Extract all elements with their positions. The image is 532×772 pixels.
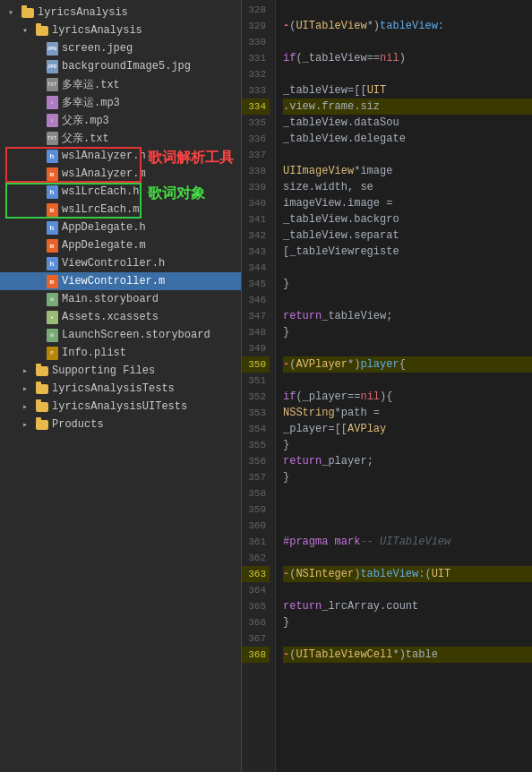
code-line: return _tableView; xyxy=(283,308,532,324)
line-number: 358 xyxy=(242,485,270,502)
code-line: } xyxy=(283,324,532,340)
code-line: _tableView.backgro xyxy=(283,211,532,227)
tree-item-wslLrcEach-m[interactable]: mwslLrcEach.m xyxy=(0,201,241,219)
file-icon-h: h xyxy=(45,184,59,199)
line-number: 328 xyxy=(242,2,270,18)
tree-item-group-lyrics[interactable]: lyricsAnalysis xyxy=(0,21,241,39)
folder-icon xyxy=(35,23,49,38)
code-line: if (_player == nil) { xyxy=(283,389,532,405)
line-number: 362 xyxy=(242,550,270,566)
file-icon-h: h xyxy=(45,149,59,163)
line-number: 332 xyxy=(242,66,270,82)
line-number: 330 xyxy=(242,34,270,50)
code-line xyxy=(283,502,532,518)
folder-triangle xyxy=(18,417,32,432)
code-line: if (_tableView == nil) xyxy=(283,50,532,66)
tree-item-label: LaunchScreen.storyboard xyxy=(62,329,210,341)
folder-icon xyxy=(35,399,49,414)
line-number: 350 xyxy=(242,356,270,373)
file-icon-m: m xyxy=(45,167,59,181)
line-number: 338 xyxy=(242,163,270,179)
tree-item-wslLrcEach-h[interactable]: hwslLrcEach.h xyxy=(0,183,241,201)
tree-item-launch-storyboard[interactable]: ⊞LaunchScreen.storyboard xyxy=(0,326,241,344)
file-icon-txt: TXT xyxy=(45,77,59,91)
file-icon-storyboard: ⊞ xyxy=(45,292,59,306)
tree-item-lyricsUITests[interactable]: lyricsAnalysisUITests xyxy=(0,398,241,416)
code-line xyxy=(283,485,532,502)
line-number: 348 xyxy=(242,324,270,340)
code-line xyxy=(283,518,532,534)
tree-item-label: wslAnalyzer.m xyxy=(62,167,146,180)
code-line: - (NSInteger)tableView:(UIT xyxy=(283,566,532,582)
tree-item-ViewController-m[interactable]: mViewController.m xyxy=(0,272,241,290)
line-number: 339 xyxy=(242,179,270,195)
tree-item-label: lyricsAnalysisUITests xyxy=(52,400,187,413)
tree-item-bg-jpeg[interactable]: JPGbackgroundImage5.jpg xyxy=(0,57,241,75)
tree-item-main-storyboard[interactable]: ⊞Main.storyboard xyxy=(0,290,241,308)
line-number: 368 xyxy=(242,647,270,663)
tree-item-fuqin-mp3[interactable]: ♪父亲.mp3 xyxy=(0,111,241,129)
tree-item-duoxingyun-txt[interactable]: TXT多幸运.txt xyxy=(0,75,241,93)
code-line: _tableView = [[UIT xyxy=(283,82,532,99)
tree-item-label: wslLrcEach.m xyxy=(62,203,139,216)
code-line: .view.frame.siz xyxy=(283,99,532,115)
tree-item-label: lyricsAnalysis xyxy=(52,24,142,37)
code-line xyxy=(283,630,532,647)
code-line xyxy=(283,2,532,18)
tree-item-label: wslLrcEach.h xyxy=(62,185,139,198)
code-content: - (UITableView *)tableView: if (_tableVi… xyxy=(276,0,532,772)
code-line: return _player; xyxy=(283,453,532,469)
tree-item-fuqin-txt[interactable]: TXT父亲.txt xyxy=(0,129,241,147)
tree-item-products[interactable]: Products xyxy=(0,416,241,433)
code-line: NSString * path = xyxy=(283,405,532,421)
file-navigator[interactable]: lyricsAnalysislyricsAnalysisJPGscreen.jp… xyxy=(0,0,242,772)
tree-item-assets[interactable]: ✦Assets.xcassets xyxy=(0,308,241,326)
tree-item-AppDelegate-h[interactable]: hAppDelegate.h xyxy=(0,219,241,236)
tree-item-wslAnalyzer-h[interactable]: hwslAnalyzer.h xyxy=(0,147,241,165)
tree-item-label: Products xyxy=(52,418,104,431)
file-icon-mp3: ♪ xyxy=(45,113,59,127)
code-line: } xyxy=(283,469,532,485)
tree-item-label: Main.storyboard xyxy=(62,293,159,305)
code-line: #pragma mark -- UITableView xyxy=(283,534,532,550)
line-number: 345 xyxy=(242,276,270,292)
line-number: 329 xyxy=(242,18,270,34)
code-line xyxy=(283,147,532,163)
line-number: 360 xyxy=(242,518,270,534)
line-number: 331 xyxy=(242,50,270,66)
folder-triangle xyxy=(18,382,32,396)
folder-icon xyxy=(35,417,49,432)
code-editor: 3283293303313323333343353363373383393403… xyxy=(242,0,532,772)
tree-item-wslAnalyzer-m[interactable]: mwslAnalyzer.m xyxy=(0,165,241,183)
line-number: 333 xyxy=(242,82,270,99)
line-number: 349 xyxy=(242,340,270,356)
tree-item-AppDelegate-m[interactable]: mAppDelegate.m xyxy=(0,236,241,254)
folder-triangle xyxy=(18,364,32,378)
file-icon-txt: TXT xyxy=(45,131,59,145)
code-line: } xyxy=(283,437,532,453)
code-line xyxy=(283,292,532,308)
file-icon-m: m xyxy=(45,238,59,253)
line-number: 352 xyxy=(242,389,270,405)
line-number: 367 xyxy=(242,630,270,647)
code-line: size.width, se xyxy=(283,179,532,195)
tree-item-supporting-files[interactable]: Supporting Files xyxy=(0,362,241,380)
folder-icon xyxy=(35,382,49,396)
line-number: 366 xyxy=(242,614,270,630)
line-number: 357 xyxy=(242,469,270,485)
line-number: 354 xyxy=(242,421,270,437)
tree-item-root[interactable]: lyricsAnalysis xyxy=(0,4,241,21)
tree-item-label: AppDelegate.m xyxy=(62,239,146,252)
tree-item-ViewController-h[interactable]: hViewController.h xyxy=(0,254,241,272)
line-number: 344 xyxy=(242,260,270,276)
tree-item-label: Info.plist xyxy=(62,347,126,359)
line-number: 347 xyxy=(242,308,270,324)
file-icon-jpeg: JPG xyxy=(45,41,59,56)
tree-item-screen-jpeg[interactable]: JPGscreen.jpeg xyxy=(0,39,241,57)
tree-item-duoxingyun-mp3[interactable]: ♪多幸运.mp3 xyxy=(0,93,241,111)
code-line xyxy=(283,66,532,82)
file-icon-h: h xyxy=(45,256,59,270)
tree-item-info-plist[interactable]: PInfo.plist xyxy=(0,344,241,362)
file-icon-mp3: ♪ xyxy=(45,95,59,109)
tree-item-lyricsTests[interactable]: lyricsAnalysisTests xyxy=(0,380,241,398)
